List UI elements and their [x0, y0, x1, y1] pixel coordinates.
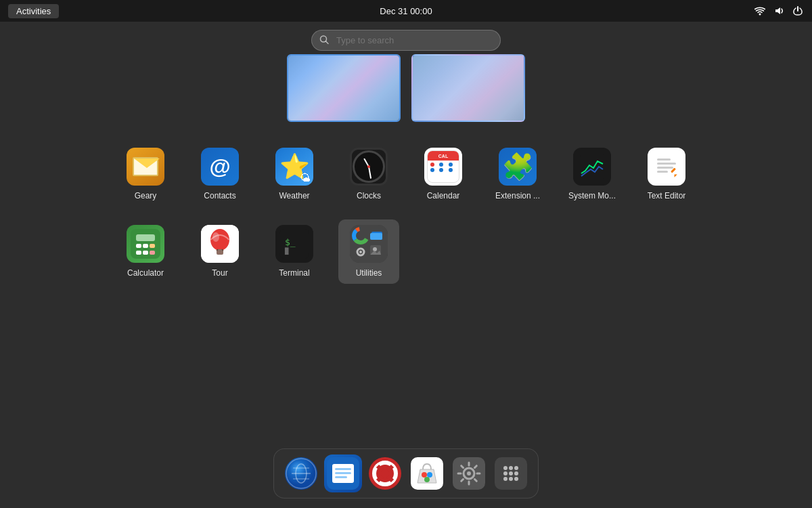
svg-line-66: [475, 466, 477, 468]
svg-point-72: [503, 471, 508, 475]
svg-point-77: [514, 477, 518, 481]
help-icon: [369, 457, 401, 490]
app-contacts[interactable]: @ Contacts: [189, 142, 250, 206]
svg-rect-47: [335, 468, 351, 470]
extensions-icon: 🧩: [499, 148, 537, 186]
dock-item-web[interactable]: [282, 454, 320, 492]
volume-icon[interactable]: [773, 5, 785, 17]
app-calendar[interactable]: CAL Calendar: [413, 142, 474, 206]
topbar: Activities Dec 31 00:00: [0, 0, 812, 22]
dock-item-app-grid[interactable]: [492, 454, 530, 492]
calculator-icon: [127, 225, 164, 263]
app-utilities[interactable]: Utilities: [338, 219, 399, 283]
svg-point-73: [509, 471, 513, 475]
tour-svg: [201, 225, 239, 263]
network-icon[interactable]: [754, 5, 766, 17]
activities-button[interactable]: Activities: [8, 4, 59, 18]
svg-rect-16: [136, 251, 141, 255]
svg-text:█: █: [284, 247, 289, 255]
svg-rect-5: [657, 158, 671, 161]
svg-rect-13: [136, 244, 141, 248]
cal-header: CAL: [428, 151, 459, 161]
system-tray: [754, 5, 804, 17]
svg-line-67: [461, 480, 464, 482]
svg-point-75: [503, 477, 508, 481]
web-icon: [285, 457, 317, 490]
calculator-svg: [131, 229, 160, 259]
terminal-svg: $_ █: [279, 229, 309, 259]
svg-rect-33: [370, 233, 382, 240]
search-input[interactable]: [311, 30, 501, 51]
workspace-1[interactable]: [287, 54, 401, 122]
search-container: [311, 30, 501, 51]
power-icon[interactable]: [792, 5, 804, 17]
files-icon: [327, 457, 359, 490]
clock-center-dot: [367, 165, 370, 168]
svg-rect-48: [335, 472, 351, 474]
svg-point-71: [514, 466, 518, 470]
svg-point-76: [509, 477, 513, 481]
app-row-1: Geary @ Contacts ⭐ 🌤 Weather: [115, 142, 697, 206]
svg-point-0: [759, 14, 761, 16]
utilities-icon: [350, 225, 388, 263]
svg-point-74: [514, 471, 518, 475]
clocks-icon: [350, 148, 388, 186]
sysmon-icon: [573, 148, 611, 186]
svg-point-56: [424, 477, 430, 482]
tour-icon: [201, 225, 239, 263]
dock-item-files[interactable]: [324, 454, 362, 492]
app-sysmon[interactable]: System Mo...: [562, 142, 623, 206]
extensions-label: Extension ...: [495, 191, 540, 200]
cal-dots: [428, 161, 459, 174]
dock-item-software[interactable]: [408, 454, 446, 492]
texteditor-svg: [652, 152, 681, 182]
dock-item-settings[interactable]: [450, 454, 488, 492]
geary-label: Geary: [135, 191, 157, 200]
sysmon-svg: [577, 152, 607, 182]
app-extensions[interactable]: 🧩 Extension ...: [487, 142, 548, 206]
svg-rect-7: [657, 167, 673, 169]
svg-rect-12: [136, 234, 155, 241]
app-geary[interactable]: Geary: [115, 142, 176, 206]
geary-icon: [127, 148, 164, 186]
weather-icon: ⭐ 🌤: [275, 148, 313, 186]
svg-rect-49: [335, 476, 347, 478]
app-grid-icon: [495, 457, 527, 490]
software-icon: [411, 457, 443, 490]
svg-line-2: [326, 41, 329, 44]
svg-point-35: [359, 251, 362, 253]
texteditor-label: Text Editor: [648, 191, 686, 200]
calendar-label: Calendar: [427, 191, 460, 200]
svg-line-65: [475, 480, 477, 482]
app-tour[interactable]: Tour: [189, 219, 250, 283]
utilities-label: Utilities: [356, 268, 382, 278]
svg-point-70: [509, 466, 513, 470]
app-weather[interactable]: ⭐ 🌤 Weather: [264, 142, 325, 206]
svg-rect-17: [143, 251, 148, 255]
tour-label: Tour: [212, 268, 227, 278]
weather-label: Weather: [279, 191, 309, 200]
app-row-2: Calculator Tour: [115, 219, 697, 283]
svg-point-37: [373, 247, 377, 251]
search-icon: [319, 35, 329, 46]
app-calculator[interactable]: Calculator: [115, 219, 176, 283]
svg-line-64: [461, 466, 464, 468]
contacts-icon: @: [201, 148, 239, 186]
svg-rect-15: [150, 244, 155, 248]
app-clocks[interactable]: Clocks: [338, 142, 399, 206]
workspace-2[interactable]: [411, 54, 525, 122]
clock-min-hand: [368, 167, 371, 179]
dock-item-help[interactable]: [366, 454, 404, 492]
dock: [273, 448, 539, 499]
terminal-label: Terminal: [279, 268, 309, 278]
svg-point-54: [422, 472, 427, 478]
clock-face: [353, 150, 385, 183]
clocks-label: Clocks: [357, 191, 381, 200]
svg-point-55: [427, 472, 432, 478]
app-texteditor[interactable]: Text Editor: [636, 142, 697, 206]
terminal-icon: $_ █: [275, 225, 313, 263]
app-terminal[interactable]: $_ █ Terminal: [264, 219, 325, 283]
calendar-icon-inner: CAL: [427, 150, 459, 183]
puzzle-symbol: 🧩: [502, 152, 534, 182]
calculator-label: Calculator: [127, 268, 164, 278]
